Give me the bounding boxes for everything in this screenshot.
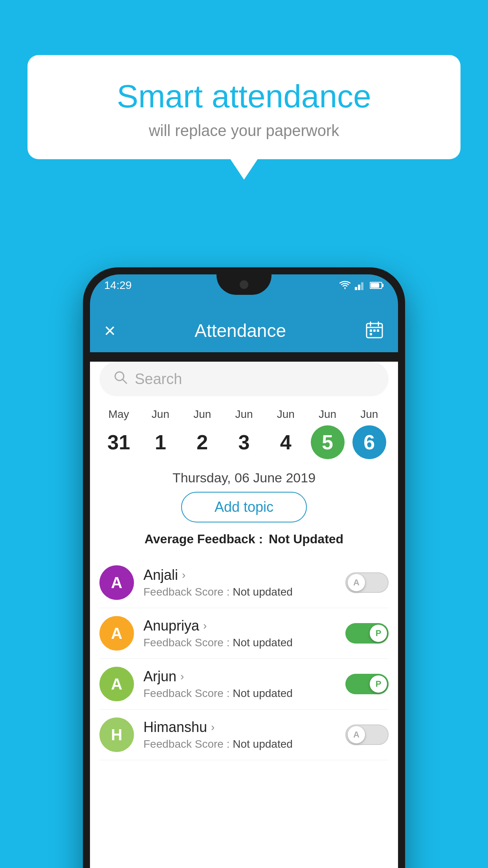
svg-rect-11 xyxy=(373,329,376,332)
speech-bubble-subtitle: will replace your paperwork xyxy=(47,122,441,140)
cal-month-label: Jun xyxy=(277,408,295,421)
student-avatar: A xyxy=(99,565,134,600)
calendar-strip: May31Jun1Jun2Jun3Jun4Jun5Jun6 xyxy=(90,396,398,463)
student-avatar: A xyxy=(99,667,134,701)
svg-line-15 xyxy=(123,379,127,383)
chevron-right-icon: › xyxy=(203,620,207,632)
svg-rect-1 xyxy=(358,285,360,290)
attendance-toggle[interactable]: P xyxy=(345,674,389,694)
cal-month-label: Jun xyxy=(319,408,336,421)
avg-feedback-label: Average Feedback : xyxy=(145,532,263,546)
cal-month-label: May xyxy=(108,408,129,421)
cal-day-number[interactable]: 2 xyxy=(185,425,219,459)
student-name: Anupriya› xyxy=(143,618,336,634)
calendar-day[interactable]: May31 xyxy=(98,408,139,459)
calendar-day[interactable]: Jun4 xyxy=(265,408,306,459)
svg-rect-10 xyxy=(370,329,372,332)
attendance-toggle[interactable]: P xyxy=(345,623,389,644)
svg-rect-12 xyxy=(377,329,379,332)
feedback-score: Feedback Score : Not updated xyxy=(143,738,336,750)
average-feedback: Average Feedback : Not Updated xyxy=(90,532,398,546)
student-avatar: H xyxy=(99,717,134,752)
status-time: 14:29 xyxy=(104,279,132,292)
student-item[interactable]: AAnupriya›Feedback Score : Not updatedP xyxy=(99,608,389,659)
cal-month-label: Jun xyxy=(152,408,169,421)
status-bar-area: 14:29 xyxy=(90,274,398,309)
feedback-score: Feedback Score : Not updated xyxy=(143,586,336,598)
svg-rect-2 xyxy=(361,282,363,290)
wifi-icon xyxy=(339,281,351,290)
svg-rect-5 xyxy=(382,284,383,287)
student-info: Anjali›Feedback Score : Not updated xyxy=(143,567,336,598)
phone-wrapper: 14:29 xyxy=(83,267,405,868)
cal-day-number[interactable]: 31 xyxy=(102,425,136,459)
svg-rect-4 xyxy=(371,283,379,288)
student-info: Anupriya›Feedback Score : Not updated xyxy=(143,618,336,649)
chevron-right-icon: › xyxy=(182,569,185,581)
phone-inner: 14:29 xyxy=(90,274,398,868)
speech-bubble-title: Smart attendance xyxy=(47,79,441,114)
date-label: Thursday, 06 June 2019 xyxy=(90,463,398,492)
camera-dot xyxy=(240,280,248,289)
svg-rect-13 xyxy=(370,333,372,335)
screen-content: Search May31Jun1Jun2Jun3Jun4Jun5Jun6 Thu… xyxy=(90,362,398,868)
app-bar-title: Attendance xyxy=(194,320,286,341)
feedback-score: Feedback Score : Not updated xyxy=(143,636,336,649)
attendance-toggle[interactable]: A xyxy=(345,725,389,745)
cal-day-number[interactable]: 6 xyxy=(352,425,386,459)
student-item[interactable]: AAnjali›Feedback Score : Not updatedA xyxy=(99,557,389,608)
cal-day-number[interactable]: 1 xyxy=(143,425,177,459)
speech-bubble: Smart attendance will replace your paper… xyxy=(28,55,460,159)
calendar-day[interactable]: Jun5 xyxy=(306,408,348,459)
student-name: Anjali› xyxy=(143,567,336,583)
calendar-day[interactable]: Jun1 xyxy=(139,408,181,459)
search-bar[interactable]: Search xyxy=(99,362,389,396)
app-bar: × Attendance xyxy=(90,309,398,352)
student-info: Arjun›Feedback Score : Not updated xyxy=(143,668,336,700)
calendar-day[interactable]: Jun2 xyxy=(182,408,223,459)
cal-day-number[interactable]: 5 xyxy=(311,425,345,459)
cal-day-number[interactable]: 3 xyxy=(227,425,261,459)
cal-month-label: Jun xyxy=(193,408,211,421)
status-icons xyxy=(339,281,384,290)
search-input-placeholder[interactable]: Search xyxy=(135,371,182,388)
phone-outer: 14:29 xyxy=(83,267,405,868)
student-list: AAnjali›Feedback Score : Not updatedAAAn… xyxy=(90,557,398,760)
cal-day-number[interactable]: 4 xyxy=(269,425,303,459)
student-avatar: A xyxy=(99,616,134,651)
calendar-day[interactable]: Jun6 xyxy=(349,408,390,459)
student-name: Arjun› xyxy=(143,668,336,685)
chevron-right-icon: › xyxy=(180,670,184,683)
cal-month-label: Jun xyxy=(360,408,378,421)
attendance-toggle[interactable]: A xyxy=(345,572,389,593)
student-item[interactable]: HHimanshu›Feedback Score : Not updatedA xyxy=(99,710,389,760)
calendar-icon[interactable] xyxy=(365,320,384,341)
search-icon xyxy=(114,370,128,388)
close-button[interactable]: × xyxy=(104,319,116,342)
chevron-right-icon: › xyxy=(211,721,215,734)
feedback-score: Feedback Score : Not updated xyxy=(143,687,336,700)
avg-feedback-value: Not Updated xyxy=(269,532,343,546)
signal-icon xyxy=(355,281,366,290)
calendar-day[interactable]: Jun3 xyxy=(223,408,265,459)
student-item[interactable]: AArjun›Feedback Score : Not updatedP xyxy=(99,659,389,710)
student-info: Himanshu›Feedback Score : Not updated xyxy=(143,719,336,750)
cal-month-label: Jun xyxy=(235,408,253,421)
svg-rect-0 xyxy=(355,287,357,290)
battery-icon xyxy=(370,281,384,289)
student-name: Himanshu› xyxy=(143,719,336,736)
add-topic-button[interactable]: Add topic xyxy=(181,492,307,522)
